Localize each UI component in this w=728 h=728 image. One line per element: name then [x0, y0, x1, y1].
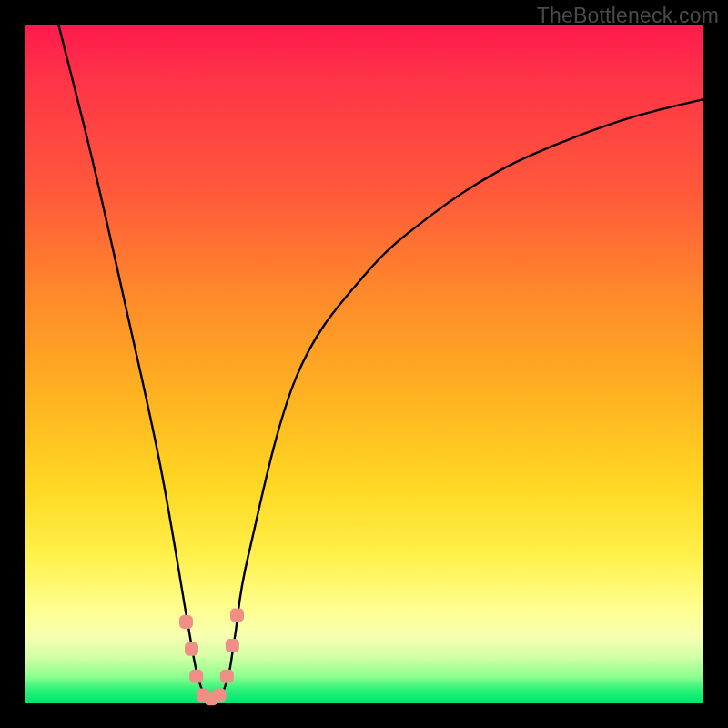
chart-svg — [25, 25, 703, 703]
marker-point — [213, 689, 227, 703]
marker-point — [226, 639, 239, 652]
marker-point — [185, 642, 198, 656]
marker-point — [220, 670, 234, 683]
shoulder-markers — [179, 609, 244, 706]
watermark-text: TheBottleneck.com — [537, 4, 719, 28]
marker-point — [230, 609, 244, 622]
marker-point — [179, 615, 193, 629]
chart-frame: TheBottleneck.com — [0, 0, 728, 728]
plot-area — [25, 25, 703, 703]
marker-point — [189, 670, 203, 683]
bottleneck-curve — [58, 25, 703, 703]
